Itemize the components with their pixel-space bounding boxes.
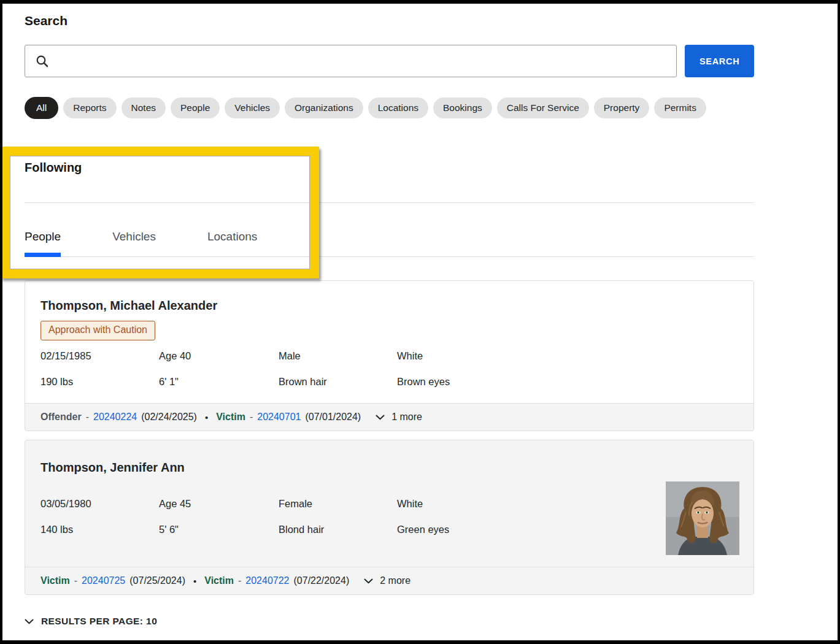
results-per-page-label: RESULTS PER PAGE: 10 bbox=[41, 616, 157, 627]
report-number-link[interactable]: 20240722 bbox=[245, 575, 289, 586]
more-involvements-toggle[interactable]: 2 more bbox=[364, 575, 410, 586]
dash-separator: - bbox=[250, 412, 253, 423]
filter-pill-vehicles[interactable]: Vehicles bbox=[225, 98, 280, 118]
involvements-footer: Offender-20240224(02/24/2025)•Victim-202… bbox=[25, 403, 753, 431]
caution-flag-badge: Approach with Caution bbox=[40, 321, 155, 340]
person-name[interactable]: Thompson, Jennifer Ann bbox=[40, 461, 738, 475]
dash-separator: - bbox=[238, 575, 241, 586]
report-date: (02/24/2025) bbox=[141, 412, 197, 423]
more-count-label: 1 more bbox=[391, 412, 422, 423]
filter-pill-bookings[interactable]: Bookings bbox=[433, 98, 492, 118]
involvement-role: Victim bbox=[204, 575, 234, 586]
person-detail: 140 lbs bbox=[40, 523, 159, 536]
report-number-link[interactable]: 20240725 bbox=[82, 575, 125, 586]
person-photo bbox=[666, 481, 739, 555]
filter-pill-permits[interactable]: Permits bbox=[654, 98, 706, 118]
page-content: Search SEARCH AllReportsNotesPeopleVehic… bbox=[2, 13, 754, 627]
filter-pills: AllReportsNotesPeopleVehiclesOrganizatio… bbox=[25, 97, 754, 119]
person-card-body: Thompson, Jennifer Ann03/05/1980Age 45Fe… bbox=[25, 440, 753, 567]
involvement-role: Victim bbox=[40, 575, 70, 586]
person-detail: Blond hair bbox=[279, 523, 397, 536]
filter-pill-locations[interactable]: Locations bbox=[368, 98, 428, 118]
person-result-card[interactable]: Thompson, Jennifer Ann03/05/1980Age 45Fe… bbox=[25, 440, 754, 595]
filter-pill-reports[interactable]: Reports bbox=[63, 98, 116, 118]
person-details-grid: 03/05/1980Age 45FemaleWhite140 lbs5' 6"B… bbox=[40, 497, 738, 536]
chevron-down-icon bbox=[364, 578, 373, 584]
search-input[interactable] bbox=[49, 45, 676, 77]
search-button[interactable]: SEARCH bbox=[685, 45, 754, 77]
person-detail: 03/05/1980 bbox=[40, 497, 159, 510]
filter-pill-notes[interactable]: Notes bbox=[121, 98, 166, 118]
chevron-down-icon bbox=[25, 619, 34, 624]
filter-pill-people[interactable]: People bbox=[171, 98, 220, 118]
person-card-body: Thompson, Michael AlexanderApproach with… bbox=[25, 281, 753, 403]
person-detail: White bbox=[397, 349, 738, 362]
search-input-wrap bbox=[25, 45, 677, 77]
report-number-link[interactable]: 20240224 bbox=[93, 412, 137, 423]
chevron-down-icon bbox=[376, 415, 385, 420]
person-detail: 02/15/1985 bbox=[40, 349, 159, 362]
page-title: Search bbox=[25, 13, 754, 28]
person-detail: Female bbox=[279, 497, 397, 510]
following-tabs: PeopleVehiclesLocations bbox=[25, 229, 754, 257]
tab-locations[interactable]: Locations bbox=[207, 229, 257, 256]
magnifier-icon bbox=[36, 55, 49, 68]
person-result-card[interactable]: Thompson, Michael AlexanderApproach with… bbox=[25, 280, 754, 431]
report-date: (07/22/2024) bbox=[294, 575, 350, 586]
person-detail: Brown hair bbox=[279, 375, 397, 388]
person-details-grid: 02/15/1985Age 40MaleWhite190 lbs6' 1"Bro… bbox=[40, 349, 738, 388]
dash-separator: - bbox=[74, 575, 77, 586]
involvements-footer: Victim-20240725(07/25/2024)•Victim-20240… bbox=[25, 567, 753, 594]
person-detail: Brown eyes bbox=[397, 375, 738, 388]
report-number-link[interactable]: 20240701 bbox=[257, 412, 301, 423]
filter-pill-property[interactable]: Property bbox=[594, 98, 650, 118]
more-involvements-toggle[interactable]: 1 more bbox=[376, 412, 422, 423]
person-detail: Age 45 bbox=[159, 497, 279, 510]
involvement-role: Offender bbox=[40, 412, 82, 423]
search-row: SEARCH bbox=[25, 45, 754, 77]
person-detail: Age 40 bbox=[159, 349, 279, 362]
person-detail: 5' 6" bbox=[159, 523, 279, 536]
report-date: (07/25/2024) bbox=[129, 575, 185, 586]
following-divider bbox=[25, 202, 754, 203]
more-count-label: 2 more bbox=[380, 575, 410, 586]
separator-bullet: • bbox=[205, 412, 208, 423]
separator-bullet: • bbox=[193, 576, 196, 586]
tab-people[interactable]: People bbox=[25, 229, 61, 256]
following-title: Following bbox=[25, 161, 754, 175]
person-detail: 6' 1" bbox=[159, 375, 279, 388]
filter-pill-calls-for-service[interactable]: Calls For Service bbox=[497, 98, 589, 118]
person-name[interactable]: Thompson, Michael Alexander bbox=[40, 299, 738, 313]
filter-pill-all[interactable]: All bbox=[25, 97, 58, 119]
involvement-role: Victim bbox=[216, 412, 245, 423]
filter-pill-organizations[interactable]: Organizations bbox=[285, 98, 363, 118]
results-list: Thompson, Michael AlexanderApproach with… bbox=[25, 280, 754, 595]
search-page: { "title": "Search", "search": { "value"… bbox=[0, 0, 840, 644]
results-per-page-toggle[interactable]: RESULTS PER PAGE: 10 bbox=[25, 616, 754, 627]
caution-badge-row: Approach with Caution bbox=[40, 321, 738, 340]
person-detail: Male bbox=[279, 349, 397, 362]
tab-vehicles[interactable]: Vehicles bbox=[112, 229, 156, 256]
dash-separator: - bbox=[86, 412, 89, 423]
person-detail: 190 lbs bbox=[40, 375, 159, 388]
report-date: (07/01/2024) bbox=[305, 412, 361, 423]
